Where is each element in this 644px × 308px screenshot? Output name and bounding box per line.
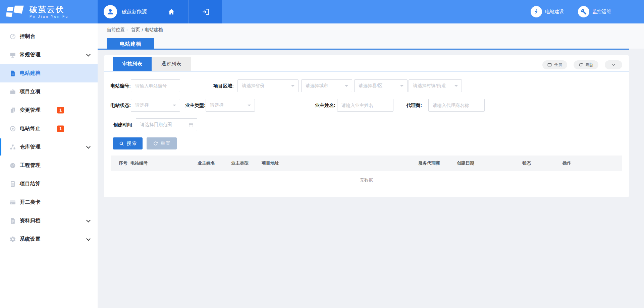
- label-owner-type: 业主类型:: [182, 99, 206, 112]
- col-created-date: 创建日期: [457, 160, 522, 166]
- breadcrumb-separator: /: [142, 27, 143, 33]
- lightning-icon: [531, 6, 542, 17]
- calculator-icon: [9, 181, 16, 187]
- sidebar-item-station-termination[interactable]: 电站终止 1: [0, 119, 98, 138]
- monitor-icon: [9, 52, 16, 58]
- sidebar-item-console[interactable]: 控制台: [0, 27, 98, 46]
- sidebar-item-project-initiation[interactable]: 项目立项: [0, 82, 98, 101]
- user-name: 破茧新能源: [122, 9, 147, 15]
- brand-logo: 破茧云伏 Po Jian Yun Fu: [0, 0, 98, 23]
- sidebar-item-project-settlement[interactable]: 项目结算: [0, 175, 98, 193]
- refresh-icon: [578, 62, 583, 67]
- tab-review-list[interactable]: 审核列表: [113, 57, 152, 71]
- sidebar-item-system-settings[interactable]: 系统设置: [0, 230, 98, 248]
- archive-icon: [9, 218, 16, 224]
- village-select[interactable]: 请选择村镇/街道: [409, 79, 462, 92]
- col-service-agent: 服务代理商: [418, 160, 457, 166]
- label-owner-name: 业主姓名:: [312, 99, 335, 112]
- user-menu[interactable]: 破茧新能源: [98, 0, 154, 23]
- breadcrumb-home-link[interactable]: 首页: [131, 27, 140, 33]
- credit-card-icon: [9, 199, 16, 206]
- status-badge: 1: [57, 125, 64, 132]
- station-no-input[interactable]: [131, 79, 180, 92]
- sidebar-item-change-mgmt[interactable]: 变更管理 1: [0, 101, 98, 119]
- owner-type-select[interactable]: 请选择: [206, 99, 255, 112]
- table-header: 序号 电站编号 业主姓名 业主类型 项目地址 服务代理商 创建日期 状态 操作: [111, 156, 622, 171]
- sidebar: 控制台 常规管理 电站建档 项目立项: [0, 23, 98, 308]
- col-actions: 操作: [562, 160, 622, 166]
- sidebar-item-data-archive[interactable]: 资料归档: [0, 211, 98, 230]
- chevron-down-icon: [86, 236, 91, 241]
- collapse-button[interactable]: [605, 60, 622, 69]
- label-agent: 代理商:: [402, 99, 422, 112]
- breadcrumb-prefix: 当前位置：: [107, 27, 129, 33]
- breadcrumb: 当前位置： 首页 / 电站建档: [98, 23, 644, 36]
- label-station-status: 电站状态:: [107, 99, 131, 112]
- home-button[interactable]: [154, 0, 189, 23]
- document-icon: [9, 70, 16, 77]
- nav-label: 监控运维: [592, 9, 611, 15]
- sidebar-item-warehouse-mgmt[interactable]: 仓库管理: [0, 138, 98, 156]
- sitemap-icon: [9, 144, 16, 150]
- station-status-select[interactable]: 请选择: [131, 99, 180, 112]
- sidebar-item-open-card[interactable]: 开二类卡: [0, 193, 98, 211]
- chevron-down-icon: [86, 144, 91, 148]
- person-icon: [106, 8, 114, 16]
- brand-title: 破茧云伏: [30, 5, 69, 14]
- chevron-down-icon: [86, 52, 91, 56]
- owner-name-input[interactable]: [337, 99, 393, 112]
- fullscreen-button[interactable]: 全屏: [542, 60, 567, 69]
- brand-subtitle: Po Jian Yun Fu: [30, 15, 69, 18]
- table-empty-state: 无数据: [111, 171, 622, 190]
- main-panel: 审核列表 通过列表 全屏 刷新 电站编号: 项目区域: 请选择省份: [104, 55, 629, 197]
- copy-icon: [9, 107, 16, 114]
- avatar: [104, 5, 117, 18]
- fullscreen-icon: [547, 62, 552, 67]
- header-nav: 电站建设 监控运维: [222, 0, 644, 23]
- calendar-icon: [188, 122, 194, 128]
- col-owner-name: 业主姓名: [198, 160, 231, 166]
- briefcase-icon: [9, 88, 16, 95]
- gear-icon: [9, 236, 16, 243]
- agent-input[interactable]: [428, 99, 485, 112]
- tab-passed-list[interactable]: 通过列表: [152, 57, 191, 71]
- nav-station-build[interactable]: 电站建设: [531, 6, 564, 17]
- stop-circle-icon: [9, 125, 16, 132]
- panel-toolbar: 全屏 刷新: [542, 60, 622, 69]
- city-select[interactable]: 请选择城市: [301, 79, 352, 92]
- reset-icon: [153, 141, 158, 146]
- refresh-button[interactable]: 刷新: [574, 60, 598, 69]
- content-top-strip: 当前位置： 首页 / 电站建档: [98, 23, 644, 49]
- nav-monitor-ops[interactable]: 监控运维: [578, 6, 611, 17]
- chevron-down-icon: [611, 62, 616, 67]
- sidebar-item-engineering-mgmt[interactable]: 工程管理: [0, 156, 98, 175]
- sidebar-item-general-mgmt[interactable]: 常规管理: [0, 46, 98, 64]
- col-status: 状态: [522, 160, 562, 166]
- home-icon: [168, 8, 175, 15]
- nav-label: 电站建设: [545, 9, 564, 15]
- county-select[interactable]: 请选择县/区: [354, 79, 408, 92]
- date-range-input[interactable]: 请选择日期范围: [136, 118, 197, 131]
- label-created-time: 创建时间:: [107, 118, 133, 131]
- breadcrumb-current: 电站建档: [145, 27, 163, 33]
- sidebar-item-station-archive[interactable]: 电站建档: [0, 64, 98, 82]
- sign-in-button[interactable]: [189, 0, 222, 23]
- search-button[interactable]: 搜索: [113, 137, 143, 149]
- page-tab-station-archive[interactable]: 电站建档: [107, 38, 154, 50]
- col-owner-type: 业主类型: [231, 160, 262, 166]
- header-dark-section: 破茧新能源: [98, 0, 222, 23]
- page-tab-underline: [98, 49, 629, 50]
- top-header: 破茧云伏 Po Jian Yun Fu 破茧新能源: [0, 0, 644, 23]
- reset-button[interactable]: 重置: [147, 137, 177, 149]
- gauge-icon: [9, 33, 16, 40]
- label-station-no: 电站编号:: [107, 79, 131, 92]
- wrench-icon: [578, 6, 589, 17]
- status-badge: 1: [57, 107, 64, 113]
- label-project-region: 项目区域:: [210, 79, 234, 92]
- dashboard-icon: [9, 162, 16, 169]
- province-select[interactable]: 请选择省份: [237, 79, 299, 92]
- sign-in-icon: [202, 8, 209, 16]
- brand-logo-icon: [6, 5, 25, 19]
- chevron-down-icon: [86, 218, 91, 222]
- col-index: 序号: [111, 160, 130, 166]
